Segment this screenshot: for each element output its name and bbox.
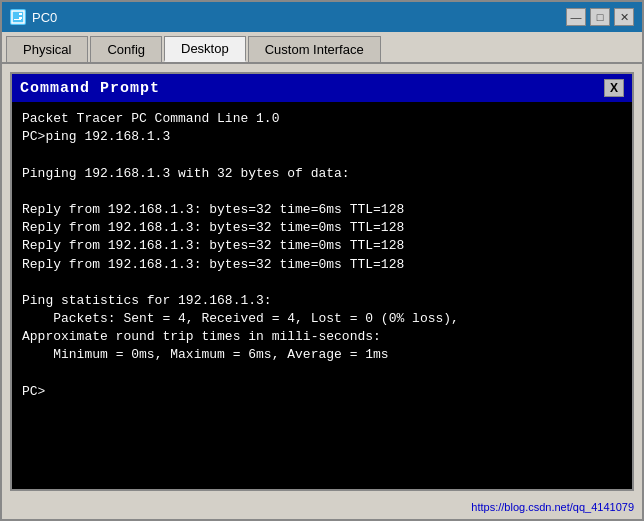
cmd-close-button[interactable]: X [604, 79, 624, 97]
tab-custom-interface[interactable]: Custom Interface [248, 36, 381, 62]
content-area: Command Prompt X Packet Tracer PC Comman… [2, 64, 642, 499]
window-controls: — □ ✕ [566, 8, 634, 26]
cmd-window: Command Prompt X Packet Tracer PC Comman… [10, 72, 634, 491]
svg-rect-2 [19, 13, 22, 15]
watermark-text: https://blog.csdn.net/qq_4141079 [471, 501, 634, 513]
maximize-button[interactable]: □ [590, 8, 610, 26]
window-icon [10, 9, 26, 25]
tab-bar: Physical Config Desktop Custom Interface [2, 32, 642, 64]
cmd-title: Command Prompt [20, 80, 604, 97]
cmd-title-bar: Command Prompt X [12, 74, 632, 102]
tab-config[interactable]: Config [90, 36, 162, 62]
title-bar: PC0 — □ ✕ [2, 2, 642, 32]
svg-rect-3 [19, 17, 22, 19]
svg-rect-4 [14, 19, 21, 20]
cmd-text: Packet Tracer PC Command Line 1.0 PC>pin… [22, 110, 622, 401]
window-title: PC0 [32, 10, 566, 25]
main-window: PC0 — □ ✕ Physical Config Desktop Custom… [0, 0, 644, 521]
close-button[interactable]: ✕ [614, 8, 634, 26]
tab-desktop[interactable]: Desktop [164, 36, 246, 62]
watermark-bar: https://blog.csdn.net/qq_4141079 [2, 499, 642, 519]
tab-physical[interactable]: Physical [6, 36, 88, 62]
cmd-output[interactable]: Packet Tracer PC Command Line 1.0 PC>pin… [12, 102, 632, 489]
svg-rect-1 [14, 13, 18, 17]
minimize-button[interactable]: — [566, 8, 586, 26]
